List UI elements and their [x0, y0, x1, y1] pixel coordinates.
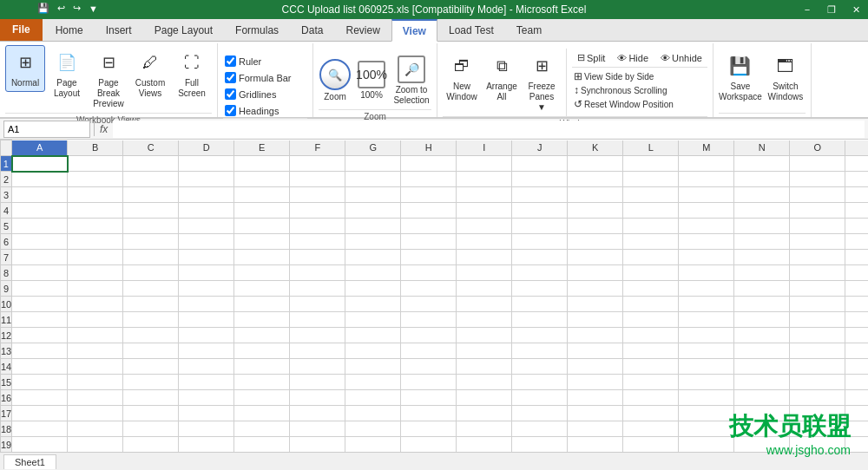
cell-K7[interactable] [568, 250, 623, 265]
cell-K3[interactable] [568, 187, 623, 203]
cell-L17[interactable] [623, 406, 679, 421]
cell-K5[interactable] [568, 219, 623, 234]
cell-E3[interactable] [234, 187, 290, 203]
cell-D17[interactable] [179, 406, 234, 421]
cell-K13[interactable] [568, 343, 623, 359]
cell-C12[interactable] [123, 328, 179, 343]
cell-H4[interactable] [401, 203, 457, 219]
row-header-3[interactable]: 3 [1, 187, 12, 203]
tab-team[interactable]: Team [505, 18, 553, 41]
cell-G5[interactable] [345, 219, 401, 234]
cell-P1[interactable] [845, 156, 868, 172]
row-header-14[interactable]: 14 [1, 359, 12, 375]
cell-F3[interactable] [290, 187, 345, 203]
checkbox-formula-bar[interactable]: Formula Bar [223, 70, 293, 85]
cell-F1[interactable] [290, 156, 345, 172]
cell-A1[interactable] [12, 156, 68, 172]
row-header-6[interactable]: 6 [1, 234, 12, 250]
cell-A17[interactable] [12, 406, 68, 421]
cell-G14[interactable] [345, 359, 401, 375]
cell-B16[interactable] [68, 390, 123, 406]
cell-L1[interactable] [623, 156, 679, 172]
tab-page-layout[interactable]: Page Layout [143, 18, 224, 41]
col-header-J[interactable]: J [512, 140, 568, 156]
cell-I5[interactable] [457, 219, 512, 234]
cell-J12[interactable] [512, 328, 568, 343]
cell-B8[interactable] [68, 265, 123, 281]
cell-M4[interactable] [679, 203, 734, 219]
cell-G17[interactable] [345, 406, 401, 421]
cell-E9[interactable] [234, 281, 290, 297]
cell-M13[interactable] [679, 343, 734, 359]
cell-F8[interactable] [290, 265, 345, 281]
cell-F13[interactable] [290, 343, 345, 359]
cell-J8[interactable] [512, 265, 568, 281]
cell-I13[interactable] [457, 343, 512, 359]
cell-G3[interactable] [345, 187, 401, 203]
sheet-tab-1[interactable]: Sheet1 [3, 454, 56, 469]
cell-A2[interactable] [12, 172, 68, 187]
cell-E7[interactable] [234, 250, 290, 265]
cell-O13[interactable] [790, 343, 845, 359]
cell-F15[interactable] [290, 375, 345, 390]
row-header-9[interactable]: 9 [1, 281, 12, 297]
cell-I19[interactable] [457, 437, 512, 453]
cell-F7[interactable] [290, 250, 345, 265]
cell-K16[interactable] [568, 390, 623, 406]
cell-K2[interactable] [568, 172, 623, 187]
cell-C8[interactable] [123, 265, 179, 281]
cell-A8[interactable] [12, 265, 68, 281]
cell-L18[interactable] [623, 421, 679, 437]
cell-B15[interactable] [68, 375, 123, 390]
cell-L15[interactable] [623, 375, 679, 390]
btn-split[interactable]: ⊟ Split [572, 50, 610, 65]
cell-E8[interactable] [234, 265, 290, 281]
col-header-M[interactable]: M [679, 140, 734, 156]
cell-A18[interactable] [12, 421, 68, 437]
cell-N13[interactable] [734, 343, 790, 359]
cell-B4[interactable] [68, 203, 123, 219]
cell-E16[interactable] [234, 390, 290, 406]
cell-C9[interactable] [123, 281, 179, 297]
cell-P14[interactable] [845, 359, 868, 375]
cell-M5[interactable] [679, 219, 734, 234]
col-header-O[interactable]: O [790, 140, 845, 156]
cell-F19[interactable] [290, 437, 345, 453]
cell-M16[interactable] [679, 390, 734, 406]
btn-sync-scroll[interactable]: ↕ Synchronous Scrolling [572, 83, 707, 97]
cell-O7[interactable] [790, 250, 845, 265]
btn-unhide[interactable]: 👁 Unhide [655, 51, 707, 65]
cell-D13[interactable] [179, 343, 234, 359]
tab-data[interactable]: Data [290, 18, 334, 41]
checkbox-headings[interactable]: Headings [223, 103, 280, 118]
cell-J18[interactable] [512, 421, 568, 437]
cell-K9[interactable] [568, 281, 623, 297]
cell-O14[interactable] [790, 359, 845, 375]
col-header-E[interactable]: E [234, 140, 290, 156]
btn-full-screen[interactable]: ⛶ FullScreen [172, 45, 212, 102]
row-header-17[interactable]: 17 [1, 406, 12, 421]
cell-G8[interactable] [345, 265, 401, 281]
cell-N7[interactable] [734, 250, 790, 265]
cell-J14[interactable] [512, 359, 568, 375]
cell-N10[interactable] [734, 297, 790, 312]
cell-I4[interactable] [457, 203, 512, 219]
cell-O8[interactable] [790, 265, 845, 281]
col-header-C[interactable]: C [123, 140, 179, 156]
close-button[interactable]: ✕ [844, 0, 868, 19]
col-header-B[interactable]: B [68, 140, 123, 156]
cell-B1[interactable] [68, 156, 123, 172]
cell-A15[interactable] [12, 375, 68, 390]
cell-B2[interactable] [68, 172, 123, 187]
cell-F12[interactable] [290, 328, 345, 343]
cell-O16[interactable] [790, 390, 845, 406]
col-header-K[interactable]: K [568, 140, 623, 156]
cell-H13[interactable] [401, 343, 457, 359]
cell-B17[interactable] [68, 406, 123, 421]
cell-C15[interactable] [123, 375, 179, 390]
cell-I12[interactable] [457, 328, 512, 343]
tab-formulas[interactable]: Formulas [224, 18, 290, 41]
btn-freeze-panes[interactable]: ⊞ FreezePanes ▼ [523, 49, 561, 116]
cell-N6[interactable] [734, 234, 790, 250]
cell-D16[interactable] [179, 390, 234, 406]
